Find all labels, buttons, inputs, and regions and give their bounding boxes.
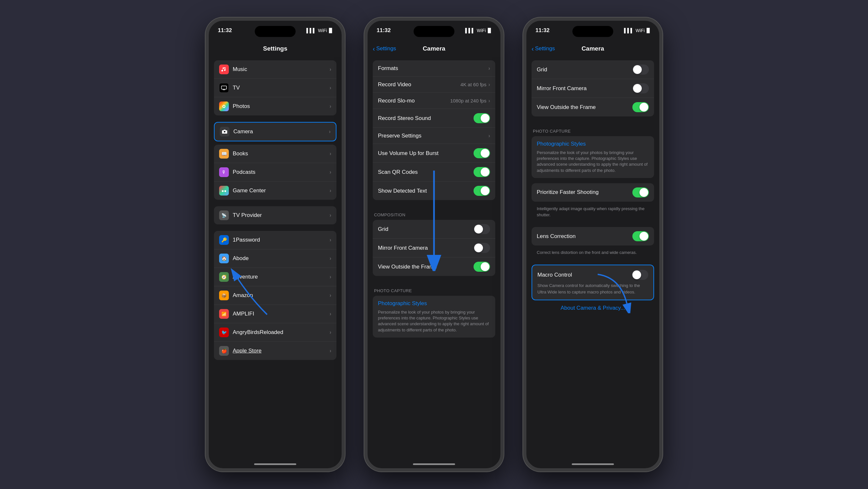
phone-1: 11:32 ▌▌▌ WiFi ▉ Settings Music — [206, 18, 345, 471]
angrybirds-chevron: › — [330, 330, 331, 335]
row-adventure[interactable]: 🧭 Adventure › — [214, 268, 336, 286]
mirror-front-label: Mirror Front Camera — [378, 245, 428, 251]
macro-control-toggle[interactable] — [632, 270, 648, 280]
status-icons-1: ▌▌▌ WiFi ▉ — [306, 28, 333, 33]
svg-rect-0 — [221, 86, 226, 89]
mirror-front-toggle[interactable] — [473, 243, 490, 253]
dynamic-island-3 — [572, 26, 613, 37]
row-grid[interactable]: Grid — [373, 220, 495, 239]
abode-chevron: › — [330, 255, 331, 262]
tv-icon — [219, 83, 229, 93]
row-record-stereo[interactable]: Record Stereo Sound — [373, 109, 495, 128]
row-record-video[interactable]: Record Video 4K at 60 fps › — [373, 77, 495, 93]
grid-label: Grid — [378, 226, 388, 233]
row-camera[interactable]: Camera › — [215, 123, 336, 141]
row-volume-burst[interactable]: Use Volume Up for Burst — [373, 144, 495, 163]
settings-group-media: Music › TV › — [214, 60, 336, 116]
gamecenter-icon: ●● — [219, 186, 229, 195]
macro-control-row[interactable]: Macro Control — [537, 270, 648, 280]
macro-control-highlight: Macro Control Show Camera control for au… — [532, 265, 654, 300]
nav-back-2[interactable]: ‹ Settings — [373, 45, 396, 53]
nav-bar-1: Settings — [209, 40, 342, 57]
row-mirror-front-3[interactable]: Mirror Front Camera — [532, 79, 654, 98]
camera-icon — [220, 127, 229, 136]
show-detected-toggle[interactable] — [473, 186, 490, 196]
view-outside-toggle-3[interactable] — [632, 102, 649, 112]
camera-row-highlighted[interactable]: Camera › — [214, 122, 336, 142]
signal-icon: ▌▌▌ — [306, 28, 316, 33]
lens-correction-toggle[interactable] — [632, 231, 649, 241]
adventure-icon: 🧭 — [219, 272, 229, 282]
row-preserve-settings[interactable]: Preserve Settings › — [373, 128, 495, 144]
row-grid-3[interactable]: Grid — [532, 60, 654, 79]
row-scan-qr[interactable]: Scan QR Codes — [373, 163, 495, 182]
photos-label: Photos — [233, 103, 250, 110]
photographic-styles-row-3[interactable]: Photographic Styles Personalize the look… — [532, 136, 654, 178]
row-view-outside[interactable]: View Outside the Frame — [373, 257, 495, 276]
row-formats[interactable]: Formats › — [373, 60, 495, 77]
record-stereo-label: Record Stereo Sound — [378, 115, 431, 122]
battery-icon-2: ▉ — [488, 28, 491, 33]
row-abode[interactable]: 🏠 Abode › — [214, 249, 336, 268]
photo-capture-section: Photographic Styles Personalize the look… — [373, 296, 495, 338]
scroll-content-1[interactable]: Music › TV › — [209, 57, 342, 468]
grid-toggle-3[interactable] — [632, 64, 649, 74]
nav-back-label-3: Settings — [535, 45, 555, 52]
row-photos[interactable]: ✿ Photos › — [214, 97, 336, 116]
wifi-icon-3: WiFi — [636, 28, 645, 33]
row-record-slomo[interactable]: Record Slo-mo 1080p at 240 fps › — [373, 93, 495, 109]
status-time-1: 11:32 — [218, 27, 232, 34]
record-video-label: Record Video — [378, 82, 411, 88]
record-slomo-label: Record Slo-mo — [378, 98, 414, 104]
row-books[interactable]: 📖 Books › — [214, 145, 336, 163]
about-camera-link[interactable]: About Camera & Privacy... — [526, 300, 659, 316]
dynamic-island-1 — [255, 26, 296, 37]
mirror-front-toggle-3[interactable] — [632, 83, 649, 93]
faster-shooting-desc-container: Intelligently adapt image quality when r… — [532, 203, 654, 222]
gamecenter-label: Game Center — [233, 187, 266, 194]
back-chevron-3: ‹ — [532, 45, 534, 53]
amazon-icon: 📦 — [219, 291, 229, 300]
view-outside-label: View Outside the Frame — [378, 264, 437, 270]
books-icon: 📖 — [219, 149, 229, 159]
row-tv[interactable]: TV › — [214, 79, 336, 97]
row-show-detected[interactable]: Show Detected Text — [373, 182, 495, 200]
row-applestore[interactable]: 🍎 Apple Store › — [214, 342, 336, 360]
faster-shooting-toggle[interactable] — [632, 187, 649, 197]
row-podcasts[interactable]: 🎙 Podcasts › — [214, 163, 336, 182]
row-tvprovider[interactable]: 📡 TV Provider › — [214, 206, 336, 224]
podcasts-chevron: › — [330, 169, 331, 175]
row-lens-correction[interactable]: Lens Correction — [532, 227, 654, 245]
row-music[interactable]: Music › — [214, 60, 336, 79]
amplifi-label: AMPLIFI — [233, 311, 254, 317]
home-indicator-1 — [254, 463, 296, 465]
row-mirror-front[interactable]: Mirror Front Camera — [373, 239, 495, 257]
photographic-styles-row[interactable]: Photographic Styles Personalize the look… — [373, 296, 495, 338]
volume-burst-toggle[interactable] — [473, 148, 490, 158]
back-chevron-2: ‹ — [373, 45, 375, 53]
row-amazon[interactable]: 📦 Amazon › — [214, 286, 336, 305]
row-gamecenter[interactable]: ●● Game Center › — [214, 182, 336, 200]
row-angrybirds[interactable]: 🐦 AngryBirdsReloaded › — [214, 323, 336, 342]
scroll-content-3[interactable]: Grid Mirror Front Camera View Outside th… — [526, 57, 659, 468]
nav-title-3: Camera — [582, 45, 604, 52]
row-faster-shooting[interactable]: Prioritize Faster Shooting — [532, 183, 654, 202]
grid-toggle[interactable] — [473, 224, 490, 234]
nav-title-2: Camera — [423, 45, 445, 52]
phone-3: 11:32 ▌▌▌ WiFi ▉ ‹ Settings Camera Grid … — [523, 18, 662, 471]
1password-icon: 🔑 — [219, 235, 229, 245]
scroll-content-2[interactable]: Formats › Record Video 4K at 60 fps › Re… — [368, 57, 500, 468]
view-outside-toggle[interactable] — [473, 262, 490, 272]
nav-back-3[interactable]: ‹ Settings — [532, 45, 555, 53]
row-1password[interactable]: 🔑 1Password › — [214, 231, 336, 249]
applestore-label: Apple Store — [233, 347, 261, 354]
preserve-settings-label: Preserve Settings — [378, 133, 421, 139]
row-amplifi[interactable]: 📶 AMPLIFI › — [214, 305, 336, 323]
record-stereo-toggle[interactable] — [473, 113, 490, 123]
formats-label: Formats — [378, 65, 398, 72]
status-icons-3: ▌▌▌ WiFi ▉ — [624, 28, 650, 33]
row-view-outside-3[interactable]: View Outside the Frame — [532, 98, 654, 116]
scan-qr-toggle[interactable] — [473, 167, 490, 177]
nav-back-label-2: Settings — [376, 45, 396, 52]
faster-shooting-desc: Intelligently adapt image quality when r… — [537, 206, 644, 217]
